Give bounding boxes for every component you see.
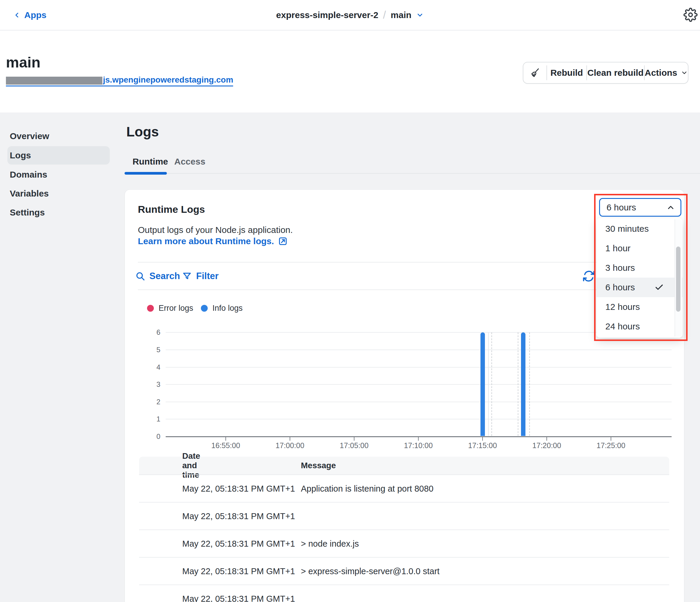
learn-more-link[interactable]: Learn more about Runtime logs. <box>138 236 288 246</box>
breadcrumb: express-simple-server-2 / main <box>276 0 424 30</box>
check-icon <box>654 283 664 292</box>
external-link-icon <box>278 237 288 246</box>
top-bar: Apps express-simple-server-2 / main <box>0 0 700 30</box>
time-range-value: 6 hours <box>606 202 666 213</box>
time-option-label: 3 hours <box>605 263 635 273</box>
sidebar-item-label: Domains <box>10 170 47 179</box>
breadcrumb-separator: / <box>383 9 386 21</box>
redacted-url-overlay <box>6 77 102 85</box>
table-row[interactable]: May 22, 05:18:31 PM GMT+1 <box>139 502 669 529</box>
legend-item-info-logs: Info logs <box>201 304 243 313</box>
chevron-up-icon <box>666 203 675 212</box>
sidebar-item-label: Settings <box>10 208 45 218</box>
time-option-3-hours[interactable]: 3 hours <box>596 258 682 278</box>
environment-title: main <box>6 54 41 71</box>
search-icon <box>135 271 145 281</box>
time-option-label: 30 minutes <box>605 224 649 234</box>
chevron-down-icon[interactable] <box>416 11 424 19</box>
time-option-24-hours[interactable]: 24 hours <box>596 317 682 336</box>
filter-label: Filter <box>196 271 219 282</box>
runtime-logs-description: Output logs of your Node.js application. <box>138 225 293 235</box>
tab-runtime[interactable]: Runtime <box>132 154 168 169</box>
time-range-select[interactable]: 6 hours <box>599 198 681 217</box>
filter-logs-button[interactable]: Filter <box>182 271 219 282</box>
sidebar-item-overview[interactable]: Overview <box>7 127 110 145</box>
sidebar-item-label: Variables <box>10 189 49 199</box>
sort-descending-icon: ↓ <box>186 461 190 470</box>
back-to-apps-label: Apps <box>24 10 46 20</box>
legend-label: Error logs <box>158 304 193 313</box>
clean-cache-button[interactable] <box>523 63 546 83</box>
log-message: > express-simple-server@1.0.0 start <box>301 566 440 576</box>
log-date: May 22, 05:18:31 PM GMT+1 <box>182 539 295 549</box>
log-date: May 22, 05:18:31 PM GMT+1 <box>182 566 295 576</box>
sidebar-item-domains[interactable]: Domains <box>7 165 110 184</box>
time-option-label: 24 hours <box>605 321 640 332</box>
runtime-logs-table: Date and time↓ Message May 22, 05:18:31 … <box>139 457 669 602</box>
settings-gear-icon[interactable] <box>683 8 698 22</box>
sidebar-item-variables[interactable]: Variables <box>7 185 110 203</box>
table-header-row: Date and time↓ Message <box>139 457 669 475</box>
tabs-divider <box>125 173 700 174</box>
environment-url-text: js.wpenginepoweredstaging.com <box>103 75 233 85</box>
chevron-left-icon <box>13 11 21 19</box>
log-date: May 22, 05:18:31 PM GMT+1 <box>182 511 295 521</box>
app-root: Apps express-simple-server-2 / main main… <box>0 0 700 602</box>
tab-access[interactable]: Access <box>174 154 205 169</box>
log-date: May 22, 05:18:31 PM GMT+1 <box>182 484 295 493</box>
column-header-message: Message <box>301 461 336 470</box>
learn-more-label: Learn more about Runtime logs. <box>138 236 274 246</box>
time-option-30-minutes[interactable]: 30 minutes <box>596 219 682 239</box>
log-date: May 22, 05:18:31 PM GMT+1 <box>182 594 295 602</box>
time-option-label: 12 hours <box>605 302 640 312</box>
chevron-down-icon <box>681 69 688 76</box>
menu-scrollbar-thumb[interactable] <box>676 246 680 312</box>
time-option-label: 1 hour <box>605 243 630 254</box>
table-row[interactable]: May 22, 05:18:31 PM GMT+1 <box>139 584 669 602</box>
chart-legend: Error logs Info logs <box>147 304 243 313</box>
log-message: > node index.js <box>301 539 359 549</box>
breadcrumb-app-name[interactable]: express-simple-server-2 <box>276 10 378 20</box>
actions-label: Actions <box>645 68 677 78</box>
runtime-logs-heading: Runtime Logs <box>138 203 205 215</box>
breadcrumb-branch[interactable]: main <box>391 10 411 20</box>
legend-item-error-logs: Error logs <box>147 304 193 313</box>
environment-url-link[interactable]: js.wpenginepoweredstaging.com <box>6 75 233 87</box>
actions-menu-button[interactable]: Actions <box>645 63 688 83</box>
search-logs-button[interactable]: Search <box>135 271 180 282</box>
sidebar-item-settings[interactable]: Settings <box>7 203 110 222</box>
clean-rebuild-button[interactable]: Clean rebuild <box>587 63 644 83</box>
legend-label: Info logs <box>212 304 243 313</box>
back-to-apps-link[interactable]: Apps <box>13 0 46 30</box>
card-divider <box>138 289 670 290</box>
filter-funnel-icon <box>182 271 192 281</box>
page-title: Logs <box>126 124 159 140</box>
refresh-icon[interactable] <box>582 270 595 283</box>
time-option-6-hours[interactable]: 6 hours <box>596 278 682 297</box>
sidebar-item-logs[interactable]: Logs <box>7 146 110 165</box>
time-range-menu: 30 minutes 1 hour 3 hours 6 hours 12 hou… <box>596 218 682 338</box>
table-row[interactable]: May 22, 05:18:31 PM GMT+1 Application is… <box>139 475 669 502</box>
broom-icon <box>529 67 541 78</box>
sidebar-item-label: Logs <box>10 150 31 161</box>
table-row[interactable]: May 22, 05:18:31 PM GMT+1 > node index.j… <box>139 529 669 557</box>
search-label: Search <box>149 271 180 282</box>
card-divider <box>138 262 670 263</box>
active-tab-underline <box>125 172 167 175</box>
info-logs-dot-icon <box>201 305 208 312</box>
time-option-label: 6 hours <box>605 282 635 292</box>
rebuild-button[interactable]: Rebuild <box>547 63 586 83</box>
error-logs-dot-icon <box>147 305 154 312</box>
table-row[interactable]: May 22, 05:18:31 PM GMT+1 > express-simp… <box>139 557 669 584</box>
time-option-12-hours[interactable]: 12 hours <box>596 297 682 317</box>
sidebar-item-label: Overview <box>10 131 49 141</box>
environment-action-buttons: Rebuild Clean rebuild Actions <box>523 62 689 84</box>
log-message: Application is listening at port 8080 <box>301 484 433 493</box>
time-option-1-hour[interactable]: 1 hour <box>596 239 682 258</box>
